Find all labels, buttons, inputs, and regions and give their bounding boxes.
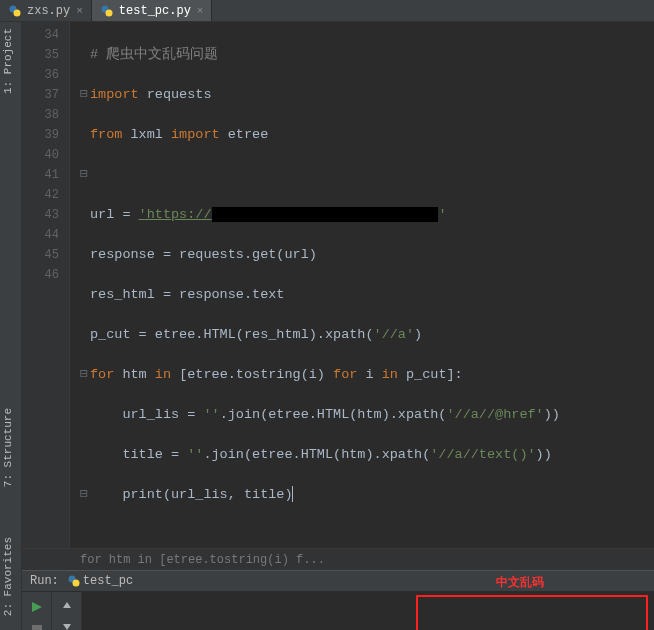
svg-marker-6	[32, 602, 42, 612]
rerun-icon[interactable]	[28, 600, 46, 614]
run-label: Run:	[22, 574, 67, 588]
tab-test-pc[interactable]: test_pc.py ×	[92, 0, 213, 21]
svg-point-3	[105, 9, 112, 16]
line-gutter: 343536 373839 404142 434445 46	[22, 22, 70, 548]
left-tool-window-bar: 1: Project 7: Structure 2: Favorites	[0, 22, 22, 630]
annotation-box	[416, 595, 648, 630]
run-config-name: test_pc	[81, 574, 141, 588]
python-file-icon	[8, 4, 22, 18]
structure-tab[interactable]: 7: Structure	[0, 402, 16, 493]
breadcrumb[interactable]: for htm in [etree.tostring(i) f...	[22, 548, 654, 570]
svg-point-5	[72, 580, 79, 587]
favorites-tab[interactable]: 2: Favorites	[0, 531, 16, 622]
code-view[interactable]: # 爬虫中文乱码问题 ⊟import requests from lxml im…	[70, 22, 654, 548]
tab-label: test_pc.py	[119, 4, 191, 18]
run-toolbar-primary	[22, 592, 52, 630]
run-toolbar-secondary	[52, 592, 82, 630]
tab-label: zxs.py	[27, 4, 70, 18]
editor-area[interactable]: 343536 373839 404142 434445 46 # 爬虫中文乱码问…	[22, 22, 654, 548]
run-output: /html/gndy/jddy/20220523/62636.html 2022…	[22, 592, 654, 630]
project-tab[interactable]: 1: Project	[0, 22, 16, 100]
svg-rect-7	[32, 625, 42, 630]
console-text[interactable]: /html/gndy/jddy/20220523/62636.html 2022…	[82, 592, 654, 630]
up-arrow-icon[interactable]	[58, 600, 76, 612]
annotation-label: 中文乱码	[496, 574, 544, 591]
svg-point-1	[14, 9, 21, 16]
close-icon[interactable]: ×	[76, 5, 83, 17]
stop-icon[interactable]	[28, 624, 46, 630]
editor-tabs-bar: zxs.py × test_pc.py ×	[0, 0, 654, 22]
python-file-icon	[67, 574, 81, 588]
down-arrow-icon[interactable]	[58, 620, 76, 630]
tab-zxs[interactable]: zxs.py ×	[0, 0, 92, 21]
close-icon[interactable]: ×	[197, 5, 204, 17]
python-file-icon	[100, 4, 114, 18]
run-header: Run: test_pc 中文乱码	[22, 570, 654, 592]
